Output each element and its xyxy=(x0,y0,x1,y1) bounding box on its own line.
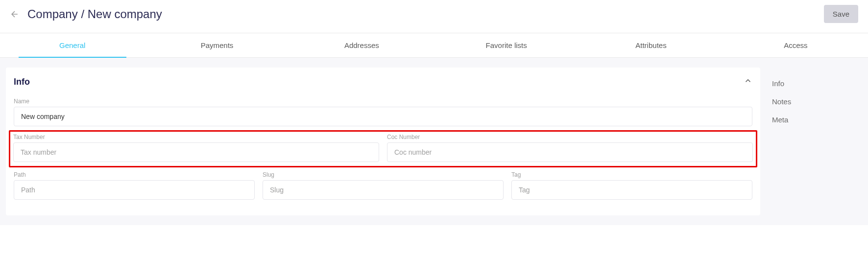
tab-addresses[interactable]: Addresses xyxy=(289,33,434,57)
tab-general[interactable]: General xyxy=(0,33,145,57)
tax-number-input[interactable] xyxy=(13,142,379,162)
path-label: Path xyxy=(14,171,255,178)
sidebar-item-notes[interactable]: Notes xyxy=(772,93,856,111)
tab-attributes[interactable]: Attributes xyxy=(579,33,723,57)
tax-number-label: Tax Number xyxy=(13,134,379,140)
save-button[interactable]: Save xyxy=(824,5,858,23)
form-group-tag: Tag xyxy=(511,171,752,200)
breadcrumb: Company / New company xyxy=(27,7,162,21)
form-group-path: Path xyxy=(14,171,255,200)
form-group-slug: Slug xyxy=(263,171,504,200)
form-group-coc: Coc Number xyxy=(387,134,753,162)
tag-label: Tag xyxy=(511,171,752,178)
form-group-name: Name xyxy=(14,98,752,126)
back-arrow-icon[interactable] xyxy=(10,9,20,19)
path-input[interactable] xyxy=(14,180,255,200)
tag-input[interactable] xyxy=(511,180,752,200)
tab-access[interactable]: Access xyxy=(723,33,868,57)
form-row-name: Name xyxy=(12,97,754,127)
form-group-tax: Tax Number xyxy=(13,134,379,162)
sidebar-item-info[interactable]: Info xyxy=(772,74,856,93)
tabs-row: General Payments Addresses Favorite list… xyxy=(0,33,868,58)
sidebar-item-meta[interactable]: Meta xyxy=(772,111,856,129)
tab-favorite-lists[interactable]: Favorite lists xyxy=(434,33,579,57)
name-input[interactable] xyxy=(14,107,752,126)
panel-title: Info xyxy=(14,77,30,87)
sidebar: Info Notes Meta xyxy=(760,68,868,215)
slug-label: Slug xyxy=(263,171,504,178)
main-panel: Info Name Tax Number Coc Number xyxy=(6,68,760,215)
header-left: Company / New company xyxy=(10,7,162,21)
panel-header: Info xyxy=(12,72,754,97)
form-row-path-slug-tag: Path Slug Tag xyxy=(12,170,754,201)
highlight-box: Tax Number Coc Number xyxy=(9,130,757,167)
form-row-tax-coc: Tax Number Coc Number xyxy=(13,133,753,163)
coc-number-label: Coc Number xyxy=(387,134,753,140)
chevron-up-icon[interactable] xyxy=(744,76,752,87)
slug-input[interactable] xyxy=(263,180,504,200)
tab-payments[interactable]: Payments xyxy=(145,33,289,57)
coc-number-input[interactable] xyxy=(387,142,753,162)
name-label: Name xyxy=(14,98,752,105)
page-header: Company / New company Save xyxy=(0,0,868,33)
content-area: Info Name Tax Number Coc Number xyxy=(0,58,868,225)
